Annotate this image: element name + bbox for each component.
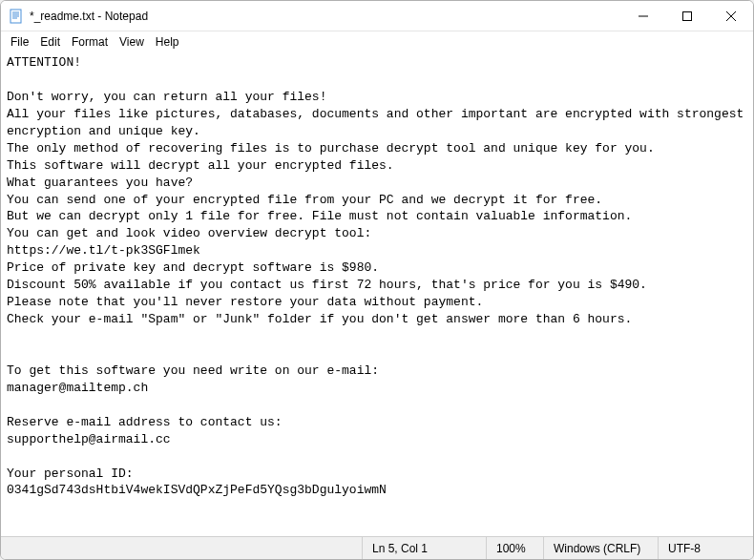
status-zoom: 100%	[486, 537, 543, 559]
minimize-button[interactable]	[621, 1, 665, 31]
notepad-window: *_readme.txt - Notepad File Edit Format …	[0, 0, 754, 560]
window-controls	[621, 1, 753, 31]
status-encoding: UTF-8	[658, 537, 753, 559]
menu-help[interactable]: Help	[150, 33, 185, 51]
close-button[interactable]	[709, 1, 753, 31]
menu-view[interactable]: View	[114, 33, 150, 51]
svg-rect-6	[683, 11, 692, 20]
titlebar: *_readme.txt - Notepad	[1, 1, 753, 31]
notepad-icon	[9, 9, 24, 24]
menubar: File Edit Format View Help	[1, 31, 753, 52]
window-title: *_readme.txt - Notepad	[30, 10, 621, 23]
status-cursor-position: Ln 5, Col 1	[362, 537, 486, 559]
statusbar: Ln 5, Col 1 100% Windows (CRLF) UTF-8	[1, 536, 753, 559]
status-spacer	[1, 537, 362, 559]
status-line-ending: Windows (CRLF)	[543, 537, 658, 559]
text-editor-area[interactable]: ATTENTION! Don't worry, you can return a…	[1, 52, 753, 536]
menu-format[interactable]: Format	[66, 33, 114, 51]
maximize-button[interactable]	[665, 1, 709, 31]
menu-file[interactable]: File	[5, 33, 34, 51]
menu-edit[interactable]: Edit	[34, 33, 66, 51]
